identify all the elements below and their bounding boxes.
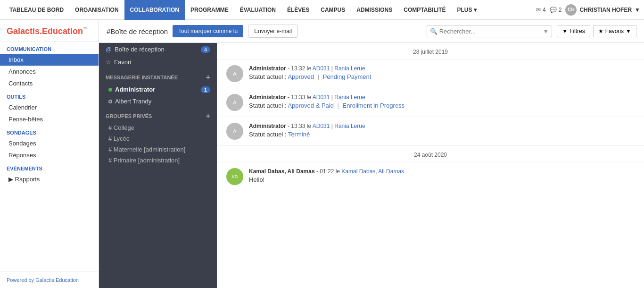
online-icon — [108, 88, 112, 92]
search-input[interactable] — [438, 26, 543, 37]
status-link2[interactable]: Pending Payment — [323, 73, 372, 80]
msg-user-name: Administrator — [115, 86, 155, 93]
msg-user-alberttrandy[interactable]: Albert Trandy — [99, 95, 217, 107]
star-icon2: ☆ — [106, 59, 111, 66]
nav-item-admissions[interactable]: ADMISSIONS — [351, 0, 398, 20]
message-item: AAdministrator - 13:32 le AD031 | Rania … — [217, 59, 644, 88]
user-menu[interactable]: CH CHRISTIAN HOFER ▼ — [565, 4, 640, 16]
nav-item-tableaudebord[interactable]: TABLEAU DE BORD — [4, 0, 69, 20]
msg-group-collge[interactable]: # Collège — [99, 122, 217, 133]
star-icon: ★ — [598, 28, 603, 34]
sidebar-item-inbox[interactable]: Inbox — [0, 54, 99, 66]
filters-label: Filtres — [570, 28, 585, 34]
app-body: Galactis.Education™ COMMUNICATIONInboxAn… — [0, 20, 644, 288]
link-ad031[interactable]: AD031 — [313, 123, 330, 129]
notifications-badge[interactable]: ✉ 4 — [536, 7, 546, 13]
status-link1[interactable]: Approved — [288, 73, 314, 80]
message-item: AAdministrator - 13:33 le AD031 | Rania … — [217, 117, 644, 146]
nav-item-comptabilit[interactable]: COMPTABILITÉ — [398, 0, 451, 20]
message-body: Hello! — [249, 176, 404, 183]
link-ad031[interactable]: AD031 — [313, 65, 330, 72]
message-content: Administrator - 13:33 le AD031 | Rania L… — [249, 123, 365, 138]
messages-badge[interactable]: 💬 2 — [550, 7, 562, 13]
message-content: Kamal Dabas, Ali Damas - 01:22 le Kamal … — [249, 168, 404, 183]
sidebar-section-outils: OUTILS — [0, 89, 99, 102]
link-person[interactable]: Rania Lerue — [334, 65, 365, 72]
avatar: A — [226, 94, 243, 111]
link-person[interactable]: Rania Lerue — [334, 94, 365, 101]
add-group-icon[interactable]: + — [206, 112, 210, 120]
status-link1[interactable]: Terminé — [288, 131, 310, 138]
private-groups-title: GROUPES PRIVÉS + — [99, 107, 217, 122]
add-instant-icon[interactable]: + — [206, 73, 210, 82]
messages-list: 28 juillet 2019AAdministrator - 13:32 le… — [217, 43, 644, 288]
avatar: CH — [565, 4, 577, 16]
mark-read-button[interactable]: Tout marquer comme lu — [173, 25, 243, 37]
send-email-button[interactable]: Envoyer e-mail — [248, 25, 298, 38]
link-ad031[interactable]: AD031 — [313, 94, 330, 101]
favorites-item[interactable]: ☆ Favori — [99, 56, 217, 68]
nav-item-valuation[interactable]: ÉVALUATION — [234, 0, 281, 20]
search-icon: 🔍 — [430, 28, 438, 35]
logo-red: Education — [42, 26, 83, 36]
bell-icon: ✉ — [536, 7, 541, 13]
sidebar-item-pensebtes[interactable]: Pense-bêtes — [0, 113, 99, 125]
nav-item-lves[interactable]: ÉLÈVES — [281, 0, 315, 20]
sidebar-item-annonces[interactable]: Annonces — [0, 66, 99, 77]
sidebar-item-rponses[interactable]: Réponses — [0, 149, 99, 161]
sidebar-section-communication: COMMUNICATION — [0, 42, 99, 54]
separator: | — [338, 102, 339, 109]
message-meta: Administrator - 13:32 le AD031 | Rania L… — [249, 65, 371, 72]
notifications-count: 4 — [543, 7, 546, 13]
at-icon: @ — [106, 46, 112, 53]
messages-count: 2 — [559, 7, 562, 13]
logo-black: Galactis. — [7, 26, 42, 36]
separator: | — [318, 73, 319, 80]
msg-user-name: Albert Trandy — [115, 98, 151, 105]
logo-tm: ™ — [83, 26, 88, 32]
inbox-badge: 4 — [201, 46, 210, 53]
inbox-header: #Boîte de réception Tout marquer comme l… — [99, 20, 644, 43]
message-meta: Kamal Dabas, Ali Damas - 01:22 le Kamal … — [249, 168, 404, 175]
msg-group-primaireadministration[interactable]: # Primaire [administration] — [99, 155, 217, 166]
favorites-button[interactable]: ★ Favoris ▼ — [593, 25, 636, 37]
chevron-down-icon: ▼ — [635, 7, 640, 13]
nav-item-campus[interactable]: CAMPUS — [315, 0, 351, 20]
chat-icon: 💬 — [550, 7, 557, 13]
message-content: Administrator - 13:32 le AD031 | Rania L… — [249, 65, 371, 80]
sidebar-item-calendrier[interactable]: Calendrier — [0, 102, 99, 113]
sidebar-section-vnements: ÉVÈNEMENTS — [0, 161, 99, 173]
message-body: Statut actuel : Approved | Pending Payme… — [249, 73, 371, 80]
msg-group-lyce[interactable]: # Lycée — [99, 133, 217, 144]
filters-button[interactable]: ▼ Filtres — [557, 25, 590, 37]
chevron-down-icon: ▼ — [543, 28, 549, 35]
content-split: @ Boîte de réception 4 ☆ Favori MESSAGER… — [99, 43, 644, 288]
inbox-item[interactable]: @ Boîte de réception 4 — [99, 43, 217, 56]
inbox-label: Boîte de réception — [115, 46, 165, 53]
sidebar-item-contacts[interactable]: Contacts — [0, 77, 99, 89]
nav-item-organisation[interactable]: ORGANISATION — [69, 0, 124, 20]
status-link1[interactable]: Approved & Paid — [288, 102, 334, 109]
nav-item-programme[interactable]: PROGRAMME — [185, 0, 234, 20]
user-name: CHRISTIAN HOFER — [579, 7, 632, 13]
nav-item-collaboration[interactable]: COLLABORATION — [124, 0, 185, 20]
avatar: KD — [226, 168, 243, 185]
msg-group-maternelleadministration[interactable]: # Maternelle [administration] — [99, 144, 217, 155]
message-item: AAdministrator - 13:33 le AD031 | Rania … — [217, 88, 644, 117]
msg-user-administrator[interactable]: Administrator1 — [99, 84, 217, 95]
message-meta: Administrator - 13:33 le AD031 | Rania L… — [249, 94, 405, 101]
message-body: Statut actuel : Terminé — [249, 131, 365, 138]
nav-item-plus[interactable]: PLUS ▾ — [451, 0, 482, 20]
logo: Galactis.Education™ — [0, 20, 99, 42]
date-divider: 24 août 2020 — [217, 146, 644, 162]
link-ad031[interactable]: Kamal Dabas, Ali Damas — [341, 168, 404, 175]
messaging-panel: @ Boîte de réception 4 ☆ Favori MESSAGER… — [99, 43, 217, 288]
sidebar-item-sondages[interactable]: Sondages — [0, 137, 99, 149]
sidebar-item-rapports[interactable]: ▶ Rapports — [0, 173, 99, 185]
status-link2[interactable]: Enrollment in Progress — [343, 102, 405, 109]
inbox-title: #Boîte de réception — [107, 27, 168, 35]
favorites-label: Favoris — [605, 28, 624, 34]
link-person[interactable]: Rania Lerue — [334, 123, 365, 129]
avatar: A — [226, 65, 243, 82]
avatar: A — [226, 123, 243, 140]
